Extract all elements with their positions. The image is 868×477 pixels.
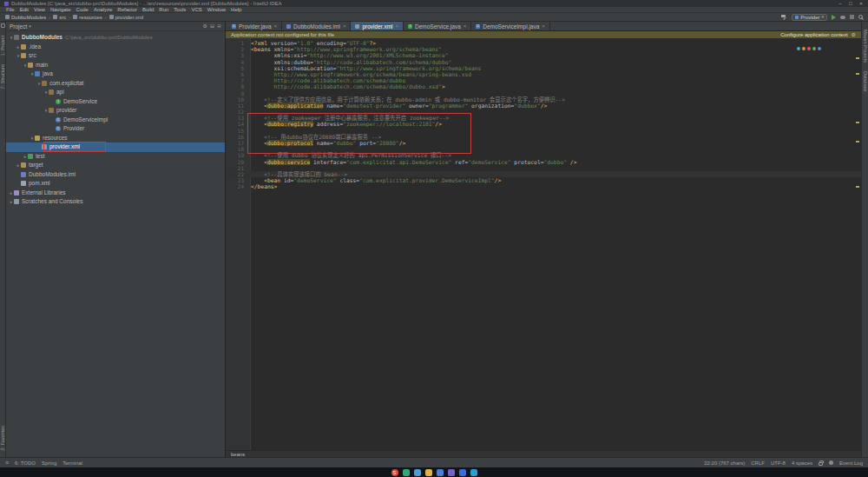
tree-item-api[interactable]: ▾api (6, 88, 225, 97)
close-button[interactable]: × (856, 0, 866, 7)
menu-view[interactable]: View (31, 7, 48, 13)
taskbar-app-1[interactable]: S (391, 469, 398, 476)
code-area[interactable]: 1<?xml version="1.0" encoding="UTF-8"?>2… (226, 38, 861, 450)
code-line-8[interactable]: 8 http://code.alibabatech.com/schema/dub… (226, 83, 861, 89)
menu-code[interactable]: Code (74, 7, 91, 13)
menu-analyze[interactable]: Analyze (91, 7, 115, 13)
code-line-4[interactable]: 4 xmlns:dubbo="http://code.alibabatech.c… (226, 59, 861, 65)
close-icon[interactable]: × (396, 23, 399, 29)
tab-demoserviceimpl-java[interactable]: DemoServiceImpl.java× (471, 22, 550, 30)
tree-item-com-explicitat[interactable]: ▾com.explicitat (6, 79, 225, 89)
tab-demoservice-java[interactable]: DemoService.java× (404, 22, 471, 30)
taskbar-app-3[interactable] (414, 469, 421, 476)
minimize-button[interactable]: – (835, 0, 845, 7)
color-dot-4[interactable] (812, 47, 816, 50)
settings-gear-icon[interactable]: ⚙ (203, 23, 207, 29)
breadcrumb-beans[interactable]: beans (231, 452, 245, 457)
tab-provider-java[interactable]: Provider.java× (227, 22, 282, 30)
tool-button-2-favorites[interactable]: 2: Favorites (0, 426, 5, 451)
lock-icon[interactable] (819, 462, 823, 466)
color-dot-5[interactable] (818, 47, 821, 50)
code-line-3[interactable]: 3 xmlns:xsi="http://www.w3.org/2001/XMLS… (226, 52, 861, 58)
run-config-select[interactable]: Provider ▾ (792, 14, 827, 21)
code-line-9[interactable]: 9 (226, 90, 861, 96)
taskbar-app-7[interactable] (459, 469, 466, 476)
tool-button-7-structure[interactable]: 7: Structure (0, 64, 5, 89)
tree-item-provider-xml[interactable]: provider.xml (6, 142, 225, 152)
breadcrumb-dubbomodules[interactable]: DubboModules (5, 15, 46, 20)
taskbar-app-2[interactable] (403, 469, 410, 476)
code-line-15[interactable]: 15 (226, 128, 861, 134)
menu-build[interactable]: Build (140, 7, 156, 13)
menu-navigate[interactable]: Navigate (48, 7, 74, 13)
encoding-widget[interactable]: UTF-8 (771, 460, 786, 466)
tree-item-idea[interactable]: ▸.idea (6, 43, 225, 52)
close-icon[interactable]: × (464, 23, 467, 29)
tab-provider-xml[interactable]: provider.xml× (351, 22, 404, 30)
code-line-11[interactable]: 11 <dubbo:application name="demotest-pro… (226, 103, 861, 109)
code-line-17[interactable]: 17 <dubbo:protocol name="dubbo" port="20… (226, 140, 861, 146)
code-line-19[interactable]: 19 <!--使用 dubbo 协议实现定义好的 api.PermissionS… (226, 152, 861, 158)
run-button[interactable] (832, 15, 836, 20)
tool-button-maven-projects[interactable]: Maven Projects (863, 30, 868, 63)
code-line-20[interactable]: 20 <dubbo:service interface="com.explici… (226, 159, 861, 165)
menu-tools[interactable]: Tools (171, 7, 188, 13)
menu-vcs[interactable]: VCS (188, 7, 204, 13)
close-icon[interactable]: × (274, 23, 278, 29)
color-dot-3[interactable] (807, 47, 811, 50)
stop-button[interactable] (850, 15, 854, 19)
event-log-button[interactable]: Event Log (839, 460, 863, 466)
menu-refactor[interactable]: Refactor (115, 7, 140, 13)
code-line-16[interactable]: 16 <!-- 用dubbo协议在20880端口暴露服务 --> (226, 134, 861, 140)
taskbar-app-6[interactable] (448, 469, 455, 476)
tree-item-java[interactable]: ▾java (6, 70, 225, 79)
tree-item-main[interactable]: ▾main (6, 61, 225, 70)
taskbar-app-8[interactable] (470, 469, 477, 476)
status-button-spring[interactable]: Spring (42, 460, 56, 466)
tool-window-switcher-icon[interactable] (1, 23, 5, 28)
code-line-23[interactable]: 23 <bean id="demoService" class="com.exp… (226, 177, 861, 183)
tree-item-provider[interactable]: Provider (6, 124, 225, 134)
line-ending-widget[interactable]: CRLF (751, 460, 765, 466)
tree-item-dubbomodules[interactable]: ▾DubboModulesC:\java_src\dubbo-prc\Dubbo… (6, 33, 225, 43)
tree-item-test[interactable]: ▸test (6, 152, 225, 162)
code-line-14[interactable]: 14 <dubbo:registry address="zookeeper://… (226, 121, 861, 127)
code-line-1[interactable]: 1<?xml version="1.0" encoding="UTF-8"?> (226, 40, 861, 46)
close-icon[interactable]: × (542, 23, 545, 29)
code-line-2[interactable]: 2<beans xmlns="http://www.springframewor… (226, 46, 861, 52)
tree-item-scratches-and-consoles[interactable]: ▸Scratches and Consoles (6, 197, 225, 207)
code-line-5[interactable]: 5 xsi:schemaLocation="http://www.springf… (226, 65, 861, 71)
code-line-24[interactable]: 24</beans> (226, 183, 861, 189)
breadcrumb-provider-xml[interactable]: provider.xml (109, 15, 143, 20)
tree-item-provider[interactable]: ▾provider (6, 106, 225, 116)
tree-item-external-libraries[interactable]: ▸External Libraries (6, 189, 225, 198)
menu-edit[interactable]: Edit (17, 7, 31, 13)
hamburger-icon[interactable]: ≡ (5, 460, 9, 466)
breadcrumb-resources[interactable]: resources (73, 15, 102, 20)
menu-run[interactable]: Run (156, 7, 171, 13)
tree-item-resources[interactable]: ▾resources (6, 134, 225, 143)
close-icon[interactable]: × (343, 23, 346, 29)
notification-gear-icon[interactable]: ⚙ (852, 32, 856, 37)
taskbar-app-4[interactable] (425, 469, 432, 476)
debug-button[interactable] (840, 16, 845, 19)
tree-item-target[interactable]: ▸target (6, 161, 225, 170)
caret-position-widget[interactable]: 22:20 (767 chars) (704, 460, 745, 466)
tool-button-1-project[interactable]: 1: Project (0, 36, 5, 56)
code-line-21[interactable]: 21 (226, 165, 861, 171)
configure-context-link[interactable]: Configure application context (780, 32, 847, 37)
tree-item-dubbomodules-iml[interactable]: DubboModules.iml (6, 170, 225, 180)
color-dot-2[interactable] (802, 47, 806, 50)
color-dot-1[interactable] (797, 47, 800, 50)
code-line-22[interactable]: 22 <!--具体实现该接口的 bean--> (226, 171, 861, 177)
tree-item-demoservice[interactable]: DemoService (6, 97, 225, 107)
build-hammer-icon[interactable] (781, 14, 787, 20)
code-line-7[interactable]: 7 http://code.alibabatech.com/schema/dub… (226, 77, 861, 83)
collapse-all-icon[interactable]: ⊟ (210, 23, 214, 29)
tree-item-demoserviceimpl[interactable]: DemoServiceImpl (6, 116, 225, 125)
chevron-down-icon[interactable]: ▾ (29, 24, 31, 29)
maximize-button[interactable]: □ (845, 0, 856, 7)
breadcrumb-src[interactable]: src (53, 15, 66, 20)
indent-widget[interactable]: 4 spaces (792, 460, 812, 466)
taskbar-app-5[interactable] (437, 469, 444, 476)
